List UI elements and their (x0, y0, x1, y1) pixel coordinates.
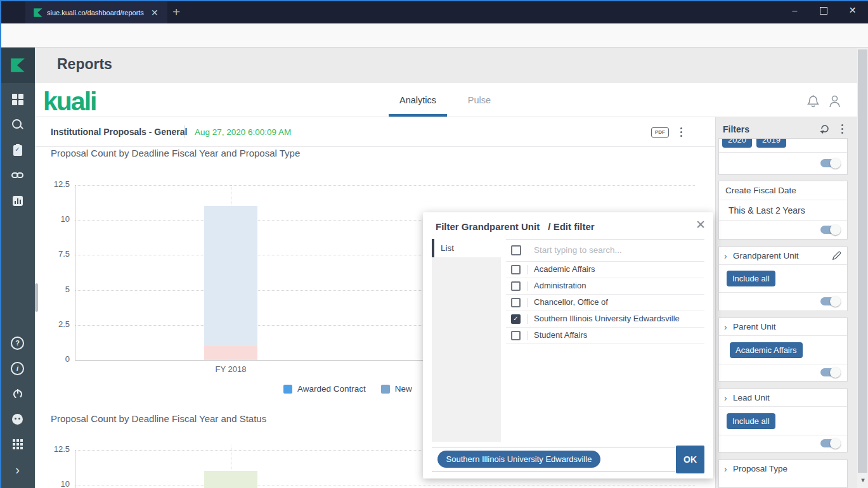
filter-card-title: Proposal Type (733, 460, 787, 478)
filter-card-title[interactable]: Create Fiscal Date (719, 181, 847, 200)
chart-grid (75, 485, 695, 485)
legend-item[interactable]: New (381, 384, 412, 394)
filter-card-header[interactable]: › Parent Unit (719, 318, 847, 336)
notifications-button[interactable] (806, 94, 820, 108)
dialog-close-icon[interactable]: ✕ (694, 219, 707, 231)
modal-option-4[interactable]: ✓ Student Affairs (506, 328, 704, 344)
content-scrollbar-thumb[interactable] (35, 283, 38, 312)
window-close-button[interactable]: ✕ (838, 0, 867, 20)
chevron-expand-icon: › (724, 460, 727, 478)
filter-card-title: Parent Unit (733, 318, 776, 336)
tab-analytics[interactable]: Analytics (389, 95, 447, 105)
legend-item[interactable]: Awarded Contract (283, 384, 366, 394)
chevron-expand-icon: › (724, 247, 727, 265)
filters-refresh-button[interactable] (819, 123, 831, 134)
sidebar-item-apps[interactable] (0, 432, 35, 457)
modal-option-checkbox[interactable]: ✓ (511, 331, 521, 340)
filter-toggle[interactable] (820, 439, 839, 447)
option-divider (527, 265, 528, 274)
chart-vline (231, 185, 231, 360)
sidebar-item-help[interactable]: ? (0, 330, 35, 356)
nav-item-list[interactable]: List (432, 239, 501, 257)
filter-chip-include-all[interactable]: Include all (727, 271, 775, 286)
right-scrollbar-thumb[interactable] (858, 49, 867, 473)
window-border-left (0, 0, 1, 488)
modal-option-3[interactable]: ✓ Southern Illinois University Edwardsvi… (506, 311, 704, 328)
chart-ytick: 10 (38, 214, 70, 224)
filter-toggle-row (719, 293, 847, 311)
modal-option-0[interactable]: ✓ Academic Affairs (506, 262, 704, 278)
sidebar-expand[interactable]: › (0, 457, 35, 482)
pdf-export-button[interactable]: PDF (651, 127, 669, 138)
filter-toggle[interactable] (820, 159, 839, 167)
filter-toggle[interactable] (820, 297, 839, 305)
option-divider (527, 314, 528, 324)
filter-toggle[interactable] (820, 226, 839, 234)
search-input[interactable]: Start typing to search... (534, 245, 622, 255)
sidebar-item-tasks[interactable]: ✓ (0, 138, 35, 163)
chevron-right-icon: › (15, 463, 20, 477)
filter-chip-2020[interactable]: 2020 (722, 138, 752, 148)
filter-card-header[interactable]: › Lead Unit (719, 389, 847, 407)
selected-value-chip[interactable]: Southern Illinois University Edwardsvill… (437, 451, 600, 468)
filter-card-create-fiscal-date: Create Fiscal Date This & Last 2 Years (718, 181, 848, 240)
sidebar-item-feedback[interactable] (0, 406, 35, 432)
nav-panel-background (432, 257, 501, 442)
new-tab-button[interactable]: + (172, 4, 180, 20)
modal-option-checkbox[interactable]: ✓ (511, 281, 521, 291)
edit-pencil-icon[interactable] (831, 250, 842, 261)
select-all-checkbox[interactable]: ✓ (511, 245, 521, 255)
clipboard-check-icon: ✓ (13, 145, 22, 156)
filter-chip-academic-affairs[interactable]: Academic Affairs (730, 342, 803, 358)
filter-toggle[interactable] (820, 368, 839, 376)
sidebar-item-reports[interactable] (0, 188, 35, 214)
filter-chip-2019[interactable]: 2019 (756, 138, 786, 148)
footer-divider (432, 447, 675, 447)
ok-button[interactable]: OK (676, 446, 704, 473)
chart-ytick: 10 (38, 479, 70, 488)
tab-close-icon[interactable]: ✕ (151, 8, 159, 18)
report-menu-kebab-icon[interactable] (680, 127, 682, 137)
filter-toggle-row (719, 435, 847, 452)
option-divider (527, 281, 528, 291)
info-icon: i (11, 362, 24, 375)
modal-option-checkbox[interactable]: ✓ (511, 298, 521, 307)
legend-swatch-0 (283, 385, 292, 394)
filter-card-header[interactable]: › Grandparent Unit (719, 247, 847, 265)
tab-pulse[interactable]: Pulse (460, 95, 499, 105)
modal-option-2[interactable]: ✓ Chancellor, Office of (506, 295, 704, 311)
modal-option-checkbox[interactable]: ✓ (511, 265, 521, 274)
browser-toolbar: ← → ⌂ i https://siue.kuali.co/dashboard/… (0, 23, 868, 48)
maximize-icon (820, 7, 827, 15)
sidebar-logo[interactable] (0, 48, 35, 83)
filter-card-header[interactable]: › Proposal Type (719, 460, 847, 478)
sidebar-item-info[interactable]: i (0, 356, 35, 381)
option-label: Southern Illinois University Edwardsvill… (534, 314, 680, 323)
kuali-favicon-icon (33, 8, 43, 18)
report-name: Institutional Proposals - General (51, 117, 187, 147)
browser-tab[interactable]: siue.kuali.co/dashboard/reports ✕ (25, 1, 167, 23)
window-maximize-button[interactable] (809, 0, 838, 20)
filter-chip-include-all[interactable]: Include all (727, 413, 775, 429)
tab-title: siue.kuali.co/dashboard/reports (47, 9, 148, 16)
filters-menu-kebab-icon[interactable] (841, 124, 843, 134)
filter-card-value[interactable]: This & Last 2 Years (719, 200, 847, 221)
sidebar-item-logout[interactable] (0, 381, 35, 406)
modal-option-checkbox[interactable]: ✓ (511, 314, 521, 324)
chart-barseg (204, 206, 257, 346)
sidebar-item-links[interactable] (0, 163, 35, 188)
dashboard-icon (12, 94, 23, 105)
chart-barseg (204, 471, 257, 488)
filter-card-title: Grandparent Unit (733, 247, 799, 265)
page-header-band (35, 48, 857, 83)
window-minimize-button[interactable]: – (781, 0, 809, 20)
sidebar-item-search[interactable] (0, 112, 35, 138)
report-divider (185, 125, 185, 138)
refresh-icon (819, 123, 831, 134)
profile-button[interactable] (828, 94, 841, 108)
sidebar-item-dashboard[interactable] (0, 87, 35, 112)
option-divider (527, 331, 528, 340)
option-label: Student Affairs (534, 330, 587, 340)
scrollbar-down-arrow-icon[interactable]: ▾ (859, 476, 867, 485)
modal-option-1[interactable]: ✓ Administration (506, 278, 704, 295)
